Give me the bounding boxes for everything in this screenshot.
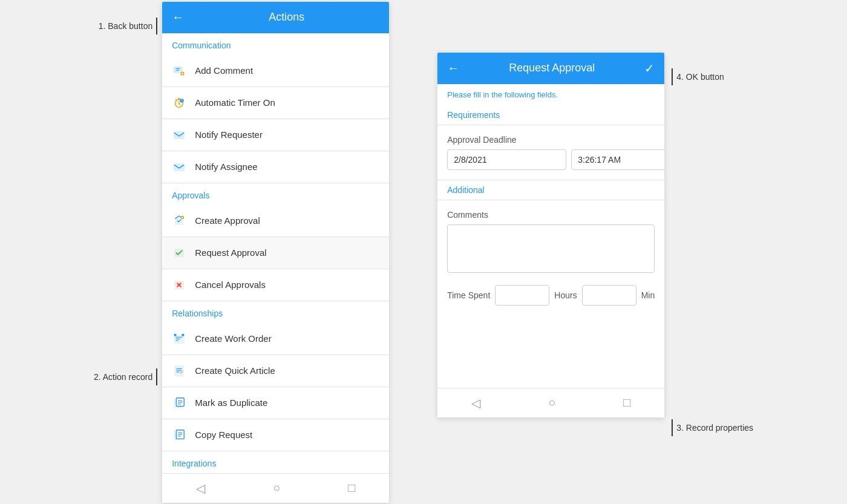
request-approval-panel: ← Request Approval ✓ Please fill in the … xyxy=(437,53,664,417)
comments-input[interactable] xyxy=(447,224,655,273)
approval-deadline-group: Approval Deadline ✕ xyxy=(437,125,664,180)
svg-rect-22 xyxy=(174,333,177,336)
request-approval-item[interactable]: Request Approval xyxy=(162,237,389,269)
actions-panel: ← Actions Communication Add Comm xyxy=(162,2,389,503)
record-properties-annotation: 3. Record properties xyxy=(676,423,753,433)
cancel-approvals-icon xyxy=(172,278,186,292)
request-approval-icon xyxy=(172,246,186,260)
action-record-annotation: 2. Action record xyxy=(94,372,152,382)
relationships-header: Relationships xyxy=(162,301,389,323)
mark-as-duplicate-label: Mark as Duplicate xyxy=(195,398,267,408)
right-nav-home-icon[interactable]: ○ xyxy=(548,396,555,410)
copy-icon xyxy=(172,428,186,442)
hours-input[interactable] xyxy=(495,285,549,306)
time-spent-row: Time Spent Hours Min xyxy=(447,285,655,306)
create-approval-label: Create Approval xyxy=(195,215,260,226)
article-icon xyxy=(172,364,186,378)
actions-header: ← Actions xyxy=(162,2,389,33)
right-bottom-nav: ◁ ○ □ xyxy=(437,388,664,417)
notify-assignee-icon xyxy=(172,160,186,174)
request-approval-label: Request Approval xyxy=(195,247,266,258)
add-comment-label: Add Comment xyxy=(195,65,253,76)
time-input[interactable] xyxy=(571,149,664,170)
requirements-header: Requirements xyxy=(437,105,664,125)
timer-icon xyxy=(172,96,186,110)
notify-assignee-item[interactable]: Notify Assignee xyxy=(162,151,389,183)
relationships-section: Relationships Create Work Order xyxy=(162,301,389,451)
actions-title: Actions xyxy=(194,11,379,24)
comments-label: Comments xyxy=(447,210,655,220)
additional-fields: Comments Time Spent Hours Min xyxy=(437,200,664,315)
communication-section: Communication Add Comment xyxy=(162,33,389,183)
create-quick-article-label: Create Quick Article xyxy=(195,365,275,376)
right-nav-back-icon[interactable]: ◁ xyxy=(471,396,480,410)
back-button-annotation: 1. Back button xyxy=(99,21,153,31)
min-input[interactable] xyxy=(582,285,636,306)
create-approval-item[interactable]: Create Approval xyxy=(162,205,389,237)
requirements-section: Requirements Approval Deadline ✕ xyxy=(437,105,664,180)
additional-section: Additional Comments Time Spent Hours Min xyxy=(437,180,664,315)
ok-button-annotation: 4. OK button xyxy=(676,72,724,82)
create-quick-article-item[interactable]: Create Quick Article xyxy=(162,355,389,387)
integrations-section: Integrations xyxy=(162,451,389,473)
svg-rect-24 xyxy=(175,365,184,376)
cancel-approvals-item[interactable]: Cancel Approvals xyxy=(162,269,389,301)
create-work-order-item[interactable]: Create Work Order xyxy=(162,323,389,355)
work-order-icon xyxy=(172,332,186,346)
min-unit-label: Min xyxy=(641,290,655,300)
form-notice: Please fill in the following fields. xyxy=(437,84,664,105)
approval-deadline-label: Approval Deadline xyxy=(447,135,655,145)
notify-assignee-label: Notify Assignee xyxy=(195,162,257,172)
nav-home-icon[interactable]: ○ xyxy=(273,481,280,495)
request-approval-title: Request Approval xyxy=(469,62,635,74)
left-bottom-nav: ◁ ○ □ xyxy=(162,473,389,503)
svg-rect-10 xyxy=(174,163,185,171)
nav-recent-icon[interactable]: □ xyxy=(348,481,355,495)
notify-requester-label: Notify Requester xyxy=(195,129,263,140)
approvals-section: Approvals Create Approval xyxy=(162,183,389,301)
request-approval-header: ← Request Approval ✓ xyxy=(437,53,664,84)
nav-back-icon[interactable]: ◁ xyxy=(196,481,205,496)
time-spent-label: Time Spent xyxy=(447,290,490,300)
date-input[interactable] xyxy=(447,149,566,170)
copy-request-item[interactable]: Copy Request xyxy=(162,419,389,451)
create-work-order-label: Create Work Order xyxy=(195,333,271,344)
cancel-approvals-label: Cancel Approvals xyxy=(195,280,266,290)
copy-request-label: Copy Request xyxy=(195,430,252,440)
add-comment-icon xyxy=(172,64,186,78)
add-comment-item[interactable]: Add Comment xyxy=(162,55,389,87)
date-time-row: ✕ xyxy=(447,149,655,170)
duplicate-icon xyxy=(172,396,186,410)
approvals-header: Approvals xyxy=(162,183,389,205)
right-back-button[interactable]: ← xyxy=(447,61,459,75)
ok-button[interactable]: ✓ xyxy=(644,61,655,76)
communication-header: Communication xyxy=(162,33,389,55)
svg-rect-0 xyxy=(174,67,182,72)
integrations-header: Integrations xyxy=(162,451,389,473)
mark-as-duplicate-item[interactable]: Mark as Duplicate xyxy=(162,387,389,419)
automatic-timer-item[interactable]: Automatic Timer On xyxy=(162,87,389,119)
hours-unit-label: Hours xyxy=(554,290,577,300)
svg-rect-23 xyxy=(182,333,185,336)
svg-rect-9 xyxy=(174,131,185,139)
create-approval-icon xyxy=(172,214,186,228)
notify-requester-item[interactable]: Notify Requester xyxy=(162,119,389,151)
additional-header: Additional xyxy=(437,180,664,200)
back-button[interactable]: ← xyxy=(172,10,184,24)
automatic-timer-label: Automatic Timer On xyxy=(195,97,275,108)
notify-requester-icon xyxy=(172,128,186,142)
right-nav-recent-icon[interactable]: □ xyxy=(623,396,630,410)
